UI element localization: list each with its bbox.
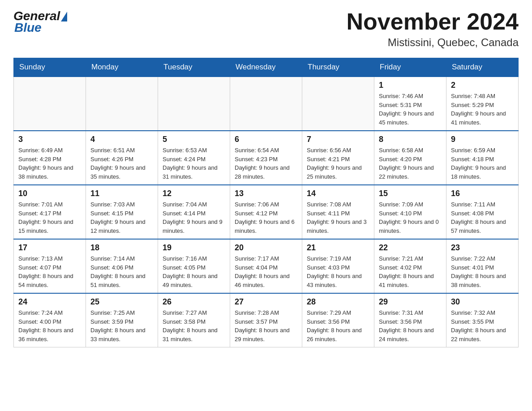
calendar-cell: 22Sunrise: 7:21 AMSunset: 4:02 PMDayligh… [374,239,446,293]
day-info: Sunrise: 7:27 AMSunset: 3:58 PMDaylight:… [163,308,225,343]
day-info: Sunrise: 7:22 AMSunset: 4:01 PMDaylight:… [451,254,514,289]
day-number: 23 [451,243,514,253]
day-info: Sunrise: 6:54 AMSunset: 4:23 PMDaylight:… [235,146,297,181]
logo-blue-text: Blue [14,21,42,35]
logo-triangle-icon [61,12,67,21]
day-info: Sunrise: 7:14 AMSunset: 4:06 PMDaylight:… [90,254,153,289]
day-info: Sunrise: 6:59 AMSunset: 4:18 PMDaylight:… [451,146,514,181]
calendar-cell [302,77,374,131]
calendar-cell [14,77,86,131]
day-number: 7 [307,135,369,144]
day-number: 16 [451,189,514,198]
day-number: 25 [90,297,153,307]
calendar-cell: 7Sunrise: 6:56 AMSunset: 4:21 PMDaylight… [302,131,374,185]
weekday-header-tuesday: Tuesday [158,58,230,77]
calendar-cell: 14Sunrise: 7:08 AMSunset: 4:11 PMDayligh… [302,185,374,239]
calendar-cell: 17Sunrise: 7:13 AMSunset: 4:07 PMDayligh… [14,239,86,293]
day-number: 5 [163,135,225,144]
calendar-cell: 13Sunrise: 7:06 AMSunset: 4:12 PMDayligh… [230,185,302,239]
calendar-cell: 6Sunrise: 6:54 AMSunset: 4:23 PMDaylight… [230,131,302,185]
day-number: 17 [18,243,81,253]
calendar-cell: 8Sunrise: 6:58 AMSunset: 4:20 PMDaylight… [374,131,446,185]
calendar-cell [230,77,302,131]
calendar-cell: 4Sunrise: 6:51 AMSunset: 4:26 PMDaylight… [86,131,158,185]
weekday-header-thursday: Thursday [302,58,374,77]
weekday-header-monday: Monday [86,58,158,77]
week-row-4: 17Sunrise: 7:13 AMSunset: 4:07 PMDayligh… [14,239,519,293]
calendar-cell: 24Sunrise: 7:24 AMSunset: 4:00 PMDayligh… [14,293,86,347]
weekday-header-friday: Friday [374,58,446,77]
day-info: Sunrise: 7:24 AMSunset: 4:00 PMDaylight:… [18,308,81,343]
calendar-table: SundayMondayTuesdayWednesdayThursdayFrid… [13,58,519,347]
calendar-cell: 9Sunrise: 6:59 AMSunset: 4:18 PMDaylight… [446,131,519,185]
day-info: Sunrise: 7:08 AMSunset: 4:11 PMDaylight:… [307,200,369,235]
calendar-cell: 19Sunrise: 7:16 AMSunset: 4:05 PMDayligh… [158,239,230,293]
title-block: November 2024 Mistissini, Quebec, Canada [347,9,519,49]
day-number: 8 [379,135,442,144]
day-info: Sunrise: 6:51 AMSunset: 4:26 PMDaylight:… [90,146,153,181]
calendar-cell: 29Sunrise: 7:31 AMSunset: 3:56 PMDayligh… [374,293,446,347]
day-info: Sunrise: 7:09 AMSunset: 4:10 PMDaylight:… [379,200,442,235]
day-number: 12 [163,189,225,198]
day-info: Sunrise: 7:48 AMSunset: 5:29 PMDaylight:… [451,92,514,127]
day-info: Sunrise: 7:21 AMSunset: 4:02 PMDaylight:… [379,254,442,289]
calendar-cell: 27Sunrise: 7:28 AMSunset: 3:57 PMDayligh… [230,293,302,347]
calendar-cell: 3Sunrise: 6:49 AMSunset: 4:28 PMDaylight… [14,131,86,185]
calendar-cell: 11Sunrise: 7:03 AMSunset: 4:15 PMDayligh… [86,185,158,239]
day-info: Sunrise: 7:03 AMSunset: 4:15 PMDaylight:… [90,200,153,235]
weekday-header-sunday: Sunday [14,58,86,77]
day-number: 11 [90,189,153,198]
day-info: Sunrise: 7:29 AMSunset: 3:56 PMDaylight:… [307,308,369,343]
day-info: Sunrise: 7:32 AMSunset: 3:55 PMDaylight:… [451,308,514,343]
day-info: Sunrise: 7:46 AMSunset: 5:31 PMDaylight:… [379,92,442,127]
day-info: Sunrise: 7:31 AMSunset: 3:56 PMDaylight:… [379,308,442,343]
day-number: 30 [451,297,514,307]
calendar-cell: 16Sunrise: 7:11 AMSunset: 4:08 PMDayligh… [446,185,519,239]
day-info: Sunrise: 6:56 AMSunset: 4:21 PMDaylight:… [307,146,369,181]
calendar-cell [158,77,230,131]
day-number: 4 [90,135,153,144]
calendar-cell [86,77,158,131]
calendar-cell: 26Sunrise: 7:27 AMSunset: 3:58 PMDayligh… [158,293,230,347]
day-number: 19 [163,243,225,253]
day-info: Sunrise: 7:25 AMSunset: 3:59 PMDaylight:… [90,308,153,343]
day-number: 22 [379,243,442,253]
calendar-cell: 28Sunrise: 7:29 AMSunset: 3:56 PMDayligh… [302,293,374,347]
day-number: 1 [379,81,442,90]
day-number: 26 [163,297,225,307]
day-info: Sunrise: 7:19 AMSunset: 4:03 PMDaylight:… [307,254,369,289]
weekday-header-saturday: Saturday [446,58,519,77]
page-header: General Blue November 2024 Mistissini, Q… [13,9,519,49]
calendar-cell: 30Sunrise: 7:32 AMSunset: 3:55 PMDayligh… [446,293,519,347]
day-number: 10 [18,189,81,198]
week-row-3: 10Sunrise: 7:01 AMSunset: 4:17 PMDayligh… [14,185,519,239]
day-info: Sunrise: 7:04 AMSunset: 4:14 PMDaylight:… [163,200,225,235]
day-info: Sunrise: 7:01 AMSunset: 4:17 PMDaylight:… [18,200,81,235]
calendar-cell: 2Sunrise: 7:48 AMSunset: 5:29 PMDaylight… [446,77,519,131]
day-info: Sunrise: 7:11 AMSunset: 4:08 PMDaylight:… [451,200,514,235]
day-info: Sunrise: 6:53 AMSunset: 4:24 PMDaylight:… [163,146,225,181]
day-number: 15 [379,189,442,198]
logo: General Blue [13,9,67,35]
day-info: Sunrise: 7:16 AMSunset: 4:05 PMDaylight:… [163,254,225,289]
day-number: 18 [90,243,153,253]
calendar-cell: 1Sunrise: 7:46 AMSunset: 5:31 PMDaylight… [374,77,446,131]
day-number: 27 [235,297,297,307]
day-info: Sunrise: 7:13 AMSunset: 4:07 PMDaylight:… [18,254,81,289]
day-number: 6 [235,135,297,144]
day-info: Sunrise: 6:58 AMSunset: 4:20 PMDaylight:… [379,146,442,181]
week-row-2: 3Sunrise: 6:49 AMSunset: 4:28 PMDaylight… [14,131,519,185]
day-number: 20 [235,243,297,253]
day-number: 28 [307,297,369,307]
calendar-cell: 25Sunrise: 7:25 AMSunset: 3:59 PMDayligh… [86,293,158,347]
weekday-header-row: SundayMondayTuesdayWednesdayThursdayFrid… [14,58,519,77]
day-number: 14 [307,189,369,198]
calendar-cell: 15Sunrise: 7:09 AMSunset: 4:10 PMDayligh… [374,185,446,239]
day-number: 29 [379,297,442,307]
day-number: 2 [451,81,514,90]
calendar-cell: 23Sunrise: 7:22 AMSunset: 4:01 PMDayligh… [446,239,519,293]
calendar-cell: 10Sunrise: 7:01 AMSunset: 4:17 PMDayligh… [14,185,86,239]
week-row-5: 24Sunrise: 7:24 AMSunset: 4:00 PMDayligh… [14,293,519,347]
day-number: 13 [235,189,297,198]
calendar-cell: 18Sunrise: 7:14 AMSunset: 4:06 PMDayligh… [86,239,158,293]
